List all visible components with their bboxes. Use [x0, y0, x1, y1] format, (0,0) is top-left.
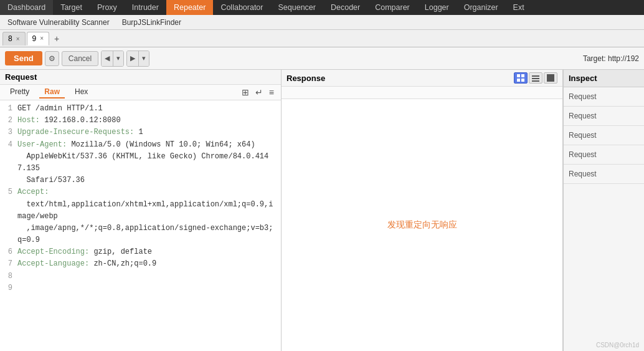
- top-nav: Dashboard Target Proxy Intruder Repeater…: [0, 0, 644, 15]
- inspector-panel: Inspect Request Request Request Request …: [563, 70, 644, 351]
- svg-rect-0: [517, 74, 520, 77]
- tab-pretty[interactable]: Pretty: [5, 86, 34, 99]
- response-panel: Response: [282, 70, 563, 351]
- code-line-8: 8: [5, 271, 276, 282]
- watermark: CSDN@0rch1d: [596, 342, 639, 349]
- nav-logger[interactable]: Logger: [417, 0, 457, 15]
- request-body[interactable]: 1 GET /admin HTTP/1.1 2 Host: 192.168.0.…: [0, 100, 281, 351]
- response-message: 发现重定向无响应: [387, 219, 457, 231]
- settings-button[interactable]: ⚙: [45, 51, 59, 66]
- tab-9-label: 9: [32, 34, 37, 43]
- cancel-button[interactable]: Cancel: [62, 51, 98, 66]
- newline-icon[interactable]: ↵: [253, 87, 265, 98]
- svg-rect-7: [547, 74, 554, 82]
- nav-comparer[interactable]: Comparer: [367, 0, 417, 15]
- nav-forward-arrows: ▶ ▾: [126, 50, 149, 67]
- nav-target[interactable]: Target: [53, 0, 90, 15]
- nav-intruder[interactable]: Intruder: [125, 0, 166, 15]
- request-panel-header: Request: [0, 70, 281, 85]
- inspector-item-1[interactable]: Request: [564, 87, 644, 107]
- nav-dashboard[interactable]: Dashboard: [0, 0, 53, 15]
- request-title: Request: [5, 72, 37, 82]
- code-line-1: 1 GET /admin HTTP/1.1: [5, 103, 276, 115]
- tab-8-label: 8: [8, 34, 12, 43]
- tab-bar: 8 × 9 × +: [0, 30, 644, 47]
- code-line-6: 6 Accept-Encoding: gzip, deflate: [5, 246, 276, 258]
- tab-8[interactable]: 8 ×: [2, 32, 26, 46]
- inspector-item-4[interactable]: Request: [564, 145, 644, 165]
- view-icons: [514, 72, 557, 84]
- response-title: Response: [286, 74, 325, 83]
- toolbar: Send ⚙ Cancel ◀ ▾ ▶ ▾ Target: http://192: [0, 47, 644, 70]
- nav-repeater[interactable]: Repeater: [166, 0, 213, 15]
- next-button[interactable]: ▶: [127, 51, 138, 66]
- next-dropdown[interactable]: ▾: [138, 51, 149, 66]
- inspector-item-2[interactable]: Request: [564, 107, 644, 126]
- target-label: Target: http://192: [583, 54, 639, 63]
- inspector-header: Inspect: [564, 70, 644, 87]
- response-tabs: [282, 87, 562, 99]
- tab-9-close[interactable]: ×: [40, 35, 44, 42]
- second-nav: Software Vulnerability Scanner BurpJSLin…: [0, 15, 644, 30]
- code-line-2: 2 Host: 192.168.0.12:8080: [5, 115, 276, 127]
- nav-collaborator[interactable]: Collaborator: [213, 0, 270, 15]
- prev-dropdown[interactable]: ▾: [113, 51, 123, 66]
- nav-decoder[interactable]: Decoder: [323, 0, 367, 15]
- view-icon-grid[interactable]: [514, 72, 528, 84]
- tab-raw[interactable]: Raw: [39, 86, 65, 99]
- send-button[interactable]: Send: [5, 51, 42, 65]
- code-line-4: 4 User-Agent: Mozilla/5.0 (Windows NT 10…: [5, 139, 276, 187]
- code-line-9: 9: [5, 282, 276, 294]
- svg-rect-5: [532, 78, 539, 79]
- inspector-item-3[interactable]: Request: [564, 126, 644, 145]
- nav-arrows: ◀ ▾: [101, 50, 124, 67]
- code-line-7: 7 Accept-Language: zh-CN,zh;q=0.9: [5, 258, 276, 270]
- tab-9[interactable]: 9 ×: [27, 32, 50, 46]
- more-icon[interactable]: ≡: [267, 87, 276, 98]
- format-icon[interactable]: ⊞: [240, 87, 251, 98]
- inspector-item-5[interactable]: Request: [564, 165, 644, 184]
- tab-hex[interactable]: Hex: [70, 86, 93, 99]
- code-line-3: 3 Upgrade-Insecure-Requests: 1: [5, 127, 276, 138]
- svg-rect-1: [521, 74, 524, 77]
- nav-proxy[interactable]: Proxy: [90, 0, 125, 15]
- svg-rect-4: [532, 75, 539, 77]
- second-nav-svs[interactable]: Software Vulnerability Scanner: [2, 15, 115, 29]
- tab-8-close[interactable]: ×: [16, 36, 20, 42]
- nav-ext[interactable]: Ext: [506, 0, 532, 15]
- request-tabs: Pretty Raw Hex ⊞ ↵ ≡: [0, 85, 281, 100]
- prev-button[interactable]: ◀: [102, 51, 113, 66]
- panel-icons: ⊞ ↵ ≡: [240, 87, 276, 98]
- svg-rect-2: [517, 79, 520, 82]
- main-content: Request Pretty Raw Hex ⊞ ↵ ≡ 1 GET /admi…: [0, 70, 644, 351]
- second-nav-burpjs[interactable]: BurpJSLinkFinder: [117, 15, 186, 29]
- nav-organizer[interactable]: Organizer: [457, 0, 506, 15]
- tab-add-button[interactable]: +: [50, 32, 63, 45]
- code-line-5: 5 Accept: text/html,application/xhtml+xm…: [5, 186, 276, 246]
- request-panel: Request Pretty Raw Hex ⊞ ↵ ≡ 1 GET /admi…: [0, 70, 282, 351]
- response-body: 发现重定向无响应: [282, 99, 562, 351]
- view-icon-list[interactable]: [529, 72, 542, 84]
- nav-sequencer[interactable]: Sequencer: [270, 0, 323, 15]
- view-icon-block[interactable]: [544, 72, 557, 84]
- svg-rect-6: [532, 80, 539, 82]
- response-header: Response: [282, 70, 562, 87]
- svg-rect-3: [521, 79, 524, 82]
